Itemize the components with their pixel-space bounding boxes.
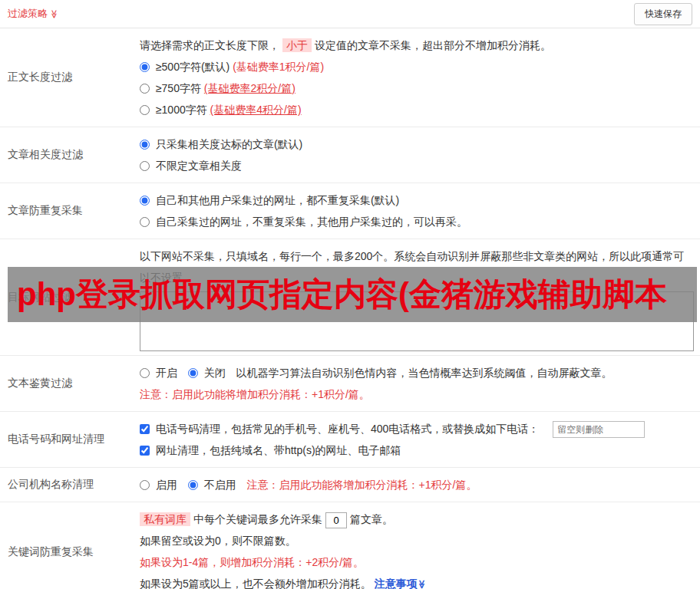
relevance-radio-any[interactable] (140, 161, 150, 171)
company-option-on-label: 启用 (156, 479, 177, 491)
porn-option-on[interactable]: 开启 (140, 367, 180, 379)
phone-cleanup-line: 电话号码清理，包括常见的手机号、座机号、400电话格式，或替换成如下电话： (140, 418, 694, 439)
url-cleanup-line: 网址清理，包括纯域名、带http(s)的网址、电子邮箱 (140, 439, 694, 461)
row-keyword-dedup: 关键词防重复采集 私有词库中每个关键词最多允许采集篇文章。 如果留空或设为0，则… (0, 502, 700, 589)
company-radio-off[interactable] (188, 480, 198, 490)
url-cleanup-checkbox[interactable] (140, 446, 150, 456)
chevron-down-icon: ≫ (411, 580, 432, 589)
filter-strategy-page: 过滤策略≫ 快速保存 正文长度过滤 请选择需求的正文长度下限，小于设定值的文章不… (0, 0, 700, 589)
porn-option-off-label: 关闭 (204, 367, 226, 379)
dedup-option-global[interactable]: 自己和其他用户采集过的网址，都不重复采集(默认) (140, 189, 694, 211)
relevance-filter-label: 文章相关度过滤 (0, 127, 130, 183)
relevance-option-any-label: 不限定文章相关度 (156, 160, 242, 172)
length-intro: 请选择需求的正文长度下限，小于设定值的文章不采集，超出部分不增加积分消耗。 (140, 35, 694, 56)
url-cleanup-option[interactable]: 网址清理，包括纯域名、带http(s)的网址、电子邮箱 (140, 444, 401, 456)
length-intro-pre: 请选择需求的正文长度下限， (140, 39, 279, 51)
keyword-note-five: 如果设为5篇或以上，也不会额外增加积分消耗。 注意事项≫ (140, 573, 694, 589)
notice-link[interactable]: 注意事项≫ (375, 577, 427, 589)
dedup-option-self[interactable]: 自己采集过的网址，不重复采集，其他用户采集过的，可以再采。 (140, 211, 694, 232)
dedup-filter-label: 文章防重复采集 (0, 183, 130, 239)
company-note: 注意：启用此功能将增加积分消耗：+1积分/篇。 (247, 479, 477, 491)
relevance-option-strict[interactable]: 只采集相关度达标的文章(默认) (140, 133, 694, 155)
dedup-radio-global[interactable] (140, 196, 150, 206)
porn-desc: 以机器学习算法自动识别色情内容，当色情概率达到系统阈值，自动屏蔽文章。 (236, 367, 612, 379)
porn-filter-label: 文本鉴黄过滤 (0, 356, 130, 411)
watermark-overlay: php登录抓取网页指定内容(金猪游戏辅助脚本 (8, 267, 697, 322)
length-option-1000[interactable]: ≥1000字符 (基础费率4积分/篇) (140, 99, 694, 120)
length-option-750-note: (基础费率2积分/篇) (204, 82, 296, 94)
row-relevance-filter: 文章相关度过滤 只采集相关度达标的文章(默认) 不限定文章相关度 (0, 127, 700, 183)
porn-option-on-label: 开启 (156, 367, 177, 379)
company-option-off[interactable]: 不启用 (188, 479, 239, 491)
row-porn-filter: 文本鉴黄过滤 开启 关闭 以机器学习算法自动识别色情内容，当色情概率达到系统阈值… (0, 356, 700, 412)
relevance-radio-strict[interactable] (140, 140, 150, 150)
length-option-750[interactable]: ≥750字符 (基础费率2积分/篇) (140, 77, 694, 99)
length-radio-1000[interactable] (140, 105, 150, 115)
private-lexicon-highlight: 私有词库 (140, 512, 190, 526)
keyword-note-zero: 如果留空或设为0，则不限篇数。 (140, 530, 694, 551)
chevron-down-icon: ≫ (49, 10, 59, 19)
length-option-750-label: ≥750字符 (156, 82, 201, 94)
company-option-off-label: 不启用 (204, 479, 236, 491)
row-dedup-filter: 文章防重复采集 自己和其他用户采集过的网址，都不重复采集(默认) 自己采集过的网… (0, 183, 700, 239)
relevance-option-any[interactable]: 不限定文章相关度 (140, 155, 694, 176)
length-option-500-note: (基础费率1积分/篇) (233, 61, 324, 73)
phone-cleanup-option[interactable]: 电话号码清理，包括常见的手机号、座机号、400电话格式，或替换成如下电话： (140, 423, 542, 435)
phone-cleanup-label: 电话号码清理，包括常见的手机号、座机号、400电话格式，或替换成如下电话： (156, 423, 539, 435)
dedup-option-self-label: 自己采集过的网址，不重复采集，其他用户采集过的，可以再采。 (156, 216, 467, 228)
length-filter-label: 正文长度过滤 (0, 28, 130, 127)
relevance-option-strict-label: 只采集相关度达标的文章(默认) (156, 138, 302, 150)
length-option-1000-note: (基础费率4积分/篇) (210, 104, 302, 116)
page-title[interactable]: 过滤策略≫ (8, 7, 59, 21)
length-radio-750[interactable] (140, 84, 150, 94)
porn-note: 注意：启用此功能将增加积分消耗：+1积分/篇。 (140, 383, 694, 405)
company-radio-on[interactable] (140, 480, 150, 490)
keyword-limit-mid: 中每个关键词最多允许采集 (193, 513, 322, 525)
length-radio-500[interactable] (140, 62, 150, 72)
length-option-500[interactable]: ≥500字符(默认) (基础费率1积分/篇) (140, 56, 694, 77)
keyword-limit-line: 私有词库中每个关键词最多允许采集篇文章。 (140, 508, 694, 530)
keyword-note-cost: 如果设为1-4篇，则增加积分消耗：+2积分/篇。 (140, 551, 694, 573)
porn-radio-on[interactable] (140, 368, 150, 378)
keyword-dedup-label: 关键词防重复采集 (0, 502, 130, 589)
dedup-option-global-label: 自己和其他用户采集过的网址，都不重复采集(默认) (156, 194, 399, 206)
quick-save-button[interactable]: 快速保存 (634, 3, 692, 25)
length-intro-post: 设定值的文章不采集，超出部分不增加积分消耗。 (315, 39, 551, 51)
company-option-on[interactable]: 启用 (140, 479, 180, 491)
url-cleanup-label: 网址清理，包括纯域名、带http(s)的网址、电子邮箱 (156, 444, 401, 456)
keyword-limit-post: 篇文章。 (350, 513, 393, 525)
watermark-text: php登录抓取网页指定内容(金猪游戏辅助脚本 (17, 273, 667, 316)
row-site-filter: 目标网站过滤 以下网站不采集，只填域名，每行一个，最多200个。系统会自动识别并… (0, 239, 700, 356)
row-company-cleanup: 公司机构名称清理 启用 不启用 注意：启用此功能将增加积分消耗：+1积分/篇。 (0, 468, 700, 502)
dedup-radio-self[interactable] (140, 217, 150, 227)
row-length-filter: 正文长度过滤 请选择需求的正文长度下限，小于设定值的文章不采集，超出部分不增加积… (0, 28, 700, 127)
length-option-1000-label: ≥1000字符 (156, 104, 207, 116)
porn-radio-off[interactable] (188, 368, 198, 378)
page-title-text: 过滤策略 (8, 8, 48, 19)
keyword-note-five-text: 如果设为5篇或以上，也不会额外增加积分消耗。 (140, 577, 371, 589)
phone-cleanup-checkbox[interactable] (140, 424, 150, 434)
topbar: 过滤策略≫ 快速保存 (0, 0, 700, 28)
replacement-phone-input[interactable] (553, 421, 645, 438)
less-than-highlight: 小于 (282, 38, 312, 52)
porn-option-off[interactable]: 关闭 (188, 367, 229, 379)
keyword-limit-input[interactable] (325, 512, 347, 528)
phone-url-cleanup-label: 电话号码和网址清理 (0, 412, 130, 467)
row-phone-url-cleanup: 电话号码和网址清理 电话号码清理，包括常见的手机号、座机号、400电话格式，或替… (0, 412, 700, 468)
porn-options-line: 开启 关闭 以机器学习算法自动识别色情内容，当色情概率达到系统阈值，自动屏蔽文章… (140, 362, 694, 383)
length-option-500-label: ≥500字符(默认) (156, 61, 229, 73)
company-cleanup-label: 公司机构名称清理 (0, 468, 130, 502)
